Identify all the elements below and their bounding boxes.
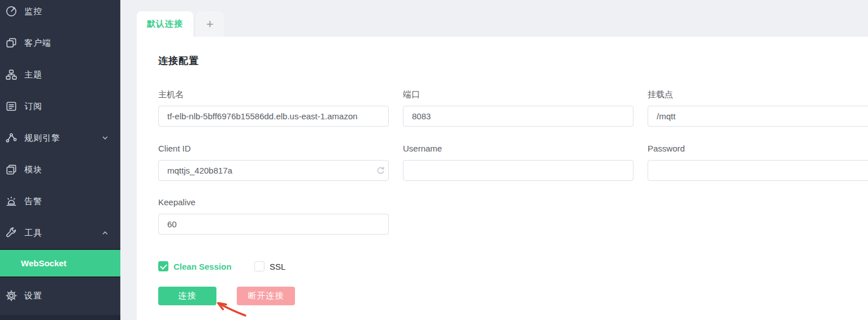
- chevron-down-icon: [102, 135, 108, 141]
- sidebar-item-tools[interactable]: 工具: [0, 217, 120, 249]
- password-label: Password: [648, 144, 685, 153]
- keepalive-input[interactable]: [158, 214, 389, 235]
- sidebar-settings: 设置: [0, 280, 120, 312]
- client-id-input[interactable]: [158, 160, 389, 181]
- ssl-checkbox[interactable]: SSL: [254, 261, 285, 271]
- port-input[interactable]: [403, 106, 633, 127]
- sidebar-item-label: 模块: [24, 165, 42, 175]
- sidebar: 监控 客户端 主题: [0, 0, 120, 320]
- client-id-label: Client ID: [158, 144, 191, 153]
- gauge-icon: [5, 5, 18, 18]
- clean-session-label: Clean Session: [173, 262, 232, 271]
- checkbox-box-icon: [158, 261, 168, 271]
- page-title: 连接配置: [158, 54, 199, 67]
- checkbox-box-icon: [254, 261, 264, 271]
- sidebar-item-alerts[interactable]: 告警: [0, 185, 120, 217]
- port-label: 端口: [403, 89, 420, 100]
- hostname-input[interactable]: [158, 106, 389, 127]
- mountpoint-input[interactable]: [648, 106, 868, 127]
- chevron-up-icon: [102, 230, 108, 236]
- alerts-icon: [5, 195, 18, 207]
- sidebar-item-settings[interactable]: 设置: [0, 280, 120, 312]
- plus-icon: +: [206, 17, 214, 32]
- gear-icon: [5, 289, 18, 302]
- sidebar-item-subscriptions[interactable]: 订阅: [0, 90, 120, 122]
- sidebar-nav: 监控 客户端 主题: [0, 0, 120, 249]
- rule-engine-icon: [5, 132, 18, 144]
- clients-icon: [5, 37, 18, 49]
- sidebar-item-label: 工具: [24, 228, 42, 239]
- modules-icon: [5, 163, 18, 176]
- sidebar-item-label: 规则引擎: [24, 133, 60, 144]
- sidebar-item-label: 告警: [24, 196, 42, 207]
- tab-label: 默认连接: [147, 19, 183, 29]
- password-input[interactable]: [648, 160, 868, 181]
- sidebar-item-monitoring[interactable]: 监控: [0, 0, 120, 27]
- sidebar-item-label: 监控: [24, 6, 42, 17]
- add-tab-button[interactable]: +: [196, 11, 224, 37]
- refresh-client-id-icon[interactable]: [375, 165, 385, 175]
- sidebar-item-rule-engine[interactable]: 规则引擎: [0, 122, 120, 154]
- sidebar-item-modules[interactable]: 模块: [0, 154, 120, 185]
- tab-default-connection[interactable]: 默认连接: [137, 11, 193, 37]
- sidebar-item-websocket[interactable]: WebSocket: [0, 249, 120, 278]
- tools-icon: [5, 227, 18, 239]
- clean-session-checkbox[interactable]: Clean Session: [158, 261, 232, 271]
- username-input[interactable]: [403, 160, 633, 181]
- topics-icon: [5, 68, 18, 81]
- sidebar-item-label: 订阅: [24, 101, 42, 112]
- ssl-label: SSL: [270, 262, 285, 271]
- keepalive-label: Keepalive: [158, 197, 196, 207]
- sidebar-item-label: WebSocket: [21, 258, 67, 268]
- username-label: Username: [403, 144, 442, 153]
- sidebar-item-topics[interactable]: 主题: [0, 59, 120, 90]
- sidebar-item-label: 设置: [24, 291, 42, 301]
- mountpoint-label: 挂载点: [648, 89, 673, 100]
- subscriptions-icon: [5, 100, 18, 113]
- sidebar-item-label: 主题: [24, 70, 42, 80]
- annotation-arrow-icon: [198, 298, 251, 320]
- sidebar-item-clients[interactable]: 客户端: [0, 27, 120, 59]
- sidebar-bottom-divider: [0, 315, 120, 320]
- sidebar-item-label: 客户端: [24, 38, 51, 49]
- hostname-label: 主机名: [158, 89, 184, 100]
